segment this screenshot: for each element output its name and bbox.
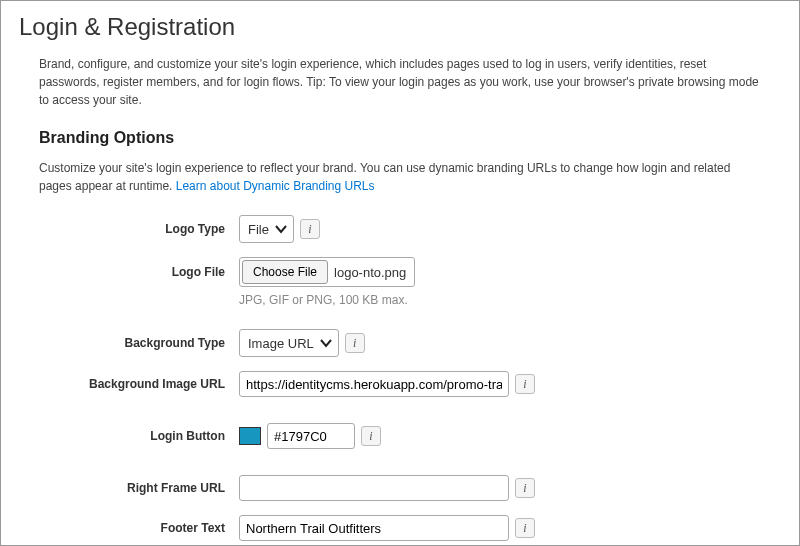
logo-type-value: File (248, 222, 269, 237)
bg-type-value: Image URL (248, 336, 314, 351)
choose-file-button[interactable]: Choose File (242, 260, 328, 284)
login-button-label: Login Button (39, 429, 239, 443)
info-icon[interactable]: i (515, 518, 535, 538)
page-intro: Brand, configure, and customize your sit… (39, 55, 761, 109)
branding-desc: Customize your site's login experience t… (39, 159, 761, 195)
branding-heading: Branding Options (39, 129, 761, 147)
footer-text-input[interactable] (239, 515, 509, 541)
logo-file-name: logo-nto.png (334, 265, 406, 280)
info-icon[interactable]: i (361, 426, 381, 446)
logo-type-select[interactable]: File (239, 215, 294, 243)
logo-type-label: Logo Type (39, 222, 239, 236)
bg-type-select[interactable]: Image URL (239, 329, 339, 357)
color-swatch[interactable] (239, 427, 261, 445)
info-icon[interactable]: i (345, 333, 365, 353)
right-frame-input[interactable] (239, 475, 509, 501)
branding-desc-text: Customize your site's login experience t… (39, 161, 730, 193)
logo-file-hint: JPG, GIF or PNG, 100 KB max. (239, 293, 761, 307)
info-icon[interactable]: i (515, 374, 535, 394)
info-icon[interactable]: i (300, 219, 320, 239)
bg-url-label: Background Image URL (39, 377, 239, 391)
chevron-down-icon (320, 338, 332, 348)
footer-text-label: Footer Text (39, 521, 239, 535)
login-button-color-input[interactable] (267, 423, 355, 449)
page-title: Login & Registration (19, 13, 781, 41)
dynamic-branding-link[interactable]: Learn about Dynamic Branding URLs (176, 179, 375, 193)
logo-file-input[interactable]: Choose File logo-nto.png (239, 257, 415, 287)
logo-file-label: Logo File (39, 265, 239, 279)
right-frame-label: Right Frame URL (39, 481, 239, 495)
bg-type-label: Background Type (39, 336, 239, 350)
chevron-down-icon (275, 224, 287, 234)
info-icon[interactable]: i (515, 478, 535, 498)
bg-url-input[interactable] (239, 371, 509, 397)
